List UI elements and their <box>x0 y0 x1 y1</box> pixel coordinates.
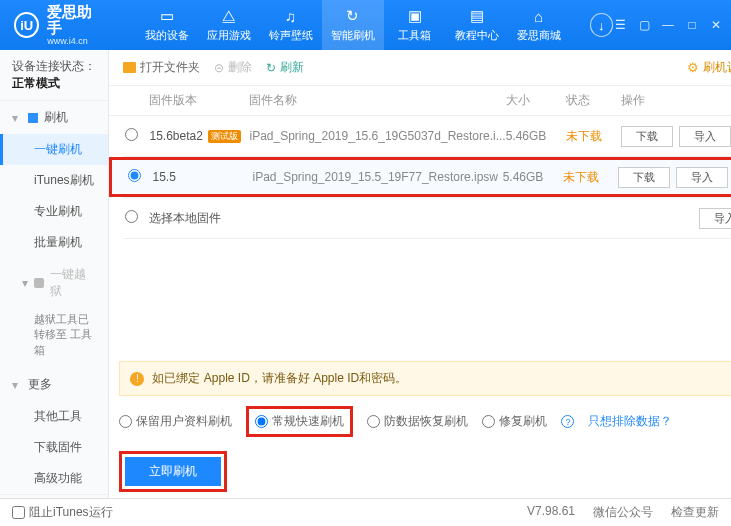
gear-icon: ⚙ <box>687 60 699 75</box>
sidebar-item-dlfw[interactable]: 下载固件 <box>0 432 108 463</box>
opt-antirecover[interactable]: 防数据恢复刷机 <box>367 413 468 430</box>
wechat-link[interactable]: 微信公众号 <box>593 504 653 521</box>
app-icon: ⧋ <box>220 7 238 25</box>
toolbox-icon: ▣ <box>406 7 424 25</box>
nav-tools[interactable]: ▣工具箱 <box>384 0 446 50</box>
open-folder-button[interactable]: 打开文件夹 <box>123 59 200 76</box>
nav-apps[interactable]: ⧋应用游戏 <box>198 0 260 50</box>
firmware-radio[interactable] <box>128 169 141 182</box>
local-firmware-row[interactable]: 选择本地固件 导入 <box>109 198 731 238</box>
download-manager-icon[interactable]: ↓ <box>590 13 613 37</box>
note-icon: ♫ <box>282 7 300 25</box>
close-icon[interactable]: ✕ <box>709 18 723 32</box>
sidebar-item-pro[interactable]: 专业刷机 <box>0 196 108 227</box>
opt-fast[interactable]: 常规快速刷机 <box>246 406 353 437</box>
opt-repair[interactable]: 修复刷机 <box>482 413 547 430</box>
maximize-icon[interactable]: □ <box>685 18 699 32</box>
sidebar-item-advanced[interactable]: 高级功能 <box>0 463 108 494</box>
table-header: 固件版本固件名称大小状态操作 <box>109 86 731 116</box>
import-button[interactable]: 导入 <box>699 208 731 229</box>
trash-icon: ⊝ <box>214 61 224 75</box>
check-update-link[interactable]: 检查更新 <box>671 504 719 521</box>
connection-state: 设备连接状态：正常模式 <box>0 50 108 101</box>
sidebar-item-other[interactable]: 其他工具 <box>0 401 108 432</box>
jailbreak-note: 越狱工具已转移至 工具箱 <box>0 308 108 368</box>
lock-icon <box>34 278 44 288</box>
section-more[interactable]: ▾更多 <box>0 368 108 401</box>
pin-icon[interactable]: ▢ <box>637 18 651 32</box>
logo-icon: iU <box>14 12 39 38</box>
firmware-row[interactable]: 15.5 iPad_Spring_2019_15.5_19F77_Restore… <box>109 157 731 197</box>
refresh-icon: ↻ <box>344 7 362 25</box>
warning-banner: ! 如已绑定 Apple ID，请准备好 Apple ID和密码。 ✕ <box>119 361 731 396</box>
section-jailbreak[interactable]: ▾一键越狱 <box>0 258 108 308</box>
section-flash[interactable]: ▾刷机 <box>0 101 108 134</box>
delete-button[interactable]: ⊝删除 <box>214 59 252 76</box>
sidebar-item-oneclick[interactable]: 一键刷机 <box>0 134 108 165</box>
download-button[interactable]: 下载 <box>618 167 670 188</box>
opt-keep-data[interactable]: 保留用户资料刷机 <box>119 413 232 430</box>
run-flash-button[interactable]: 立即刷机 <box>125 457 221 486</box>
flash-settings-button[interactable]: ⚙刷机设置 <box>687 59 731 76</box>
download-button[interactable]: 下载 <box>621 126 673 147</box>
nav-my-device[interactable]: ▭我的设备 <box>136 0 198 50</box>
info-icon[interactable]: ? <box>561 415 574 428</box>
book-icon: ▤ <box>468 7 486 25</box>
phone-icon: ▭ <box>158 7 176 25</box>
sidebar-item-batch[interactable]: 批量刷机 <box>0 227 108 258</box>
import-button[interactable]: 导入 <box>679 126 731 147</box>
warning-icon: ! <box>130 372 144 386</box>
block-itunes-checkbox[interactable]: 阻止iTunes运行 <box>12 504 113 521</box>
firmware-radio[interactable] <box>125 128 138 141</box>
menu-icon[interactable]: ☰ <box>613 18 627 32</box>
exclude-data-link[interactable]: 只想排除数据？ <box>588 413 672 430</box>
folder-icon <box>123 62 136 73</box>
brand: 爱思助手 www.i4.cn <box>47 4 105 47</box>
nav-ringtones[interactable]: ♫铃声壁纸 <box>260 0 322 50</box>
nav-tutorials[interactable]: ▤教程中心 <box>446 0 508 50</box>
firmware-row[interactable]: 15.6beta2测试版 iPad_Spring_2019_15.6_19G50… <box>109 116 731 156</box>
cart-icon: ⌂ <box>530 7 548 25</box>
nav-mall[interactable]: ⌂爱思商城 <box>508 0 570 50</box>
version-label: V7.98.61 <box>527 504 575 521</box>
nav-flash[interactable]: ↻智能刷机 <box>322 0 384 50</box>
minimize-icon[interactable]: — <box>661 18 675 32</box>
refresh-button[interactable]: ↻刷新 <box>266 59 304 76</box>
sidebar-item-itunes[interactable]: iTunes刷机 <box>0 165 108 196</box>
firmware-radio[interactable] <box>125 210 138 223</box>
reload-icon: ↻ <box>266 61 276 75</box>
import-button[interactable]: 导入 <box>676 167 728 188</box>
